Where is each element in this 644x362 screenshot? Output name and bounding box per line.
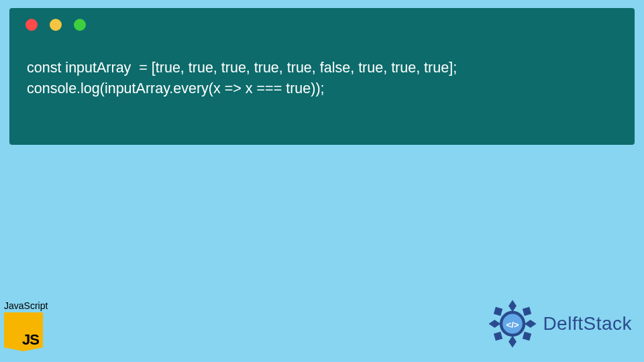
- close-icon: [25, 19, 38, 31]
- svg-marker-0: [508, 300, 517, 312]
- javascript-logo-icon: JS: [4, 312, 43, 351]
- delftstack-logo-icon: </>: [488, 299, 537, 349]
- javascript-badge: JavaScript JS: [4, 300, 48, 351]
- svg-marker-3: [525, 320, 537, 328]
- svg-marker-5: [523, 307, 531, 316]
- svg-text:</>: </>: [506, 320, 519, 330]
- code-block: const inputArray = [true, true, true, tr…: [27, 58, 621, 99]
- traffic-lights: [25, 19, 621, 31]
- delftstack-name: DelftStack: [543, 313, 632, 335]
- code-window: const inputArray = [true, true, true, tr…: [9, 8, 635, 145]
- delftstack-brand: </> DelftStack: [488, 299, 632, 349]
- svg-marker-2: [489, 320, 501, 328]
- minimize-icon: [50, 19, 62, 31]
- code-line-1: const inputArray = [true, true, true, tr…: [27, 60, 457, 76]
- svg-marker-6: [494, 332, 502, 341]
- javascript-logo-text: JS: [22, 331, 39, 349]
- maximize-icon: [74, 19, 86, 31]
- code-line-2: console.log(inputArray.every(x => x === …: [27, 80, 325, 97]
- javascript-label: JavaScript: [4, 300, 48, 311]
- svg-marker-4: [494, 307, 502, 316]
- svg-marker-1: [508, 336, 517, 348]
- svg-marker-7: [523, 332, 531, 341]
